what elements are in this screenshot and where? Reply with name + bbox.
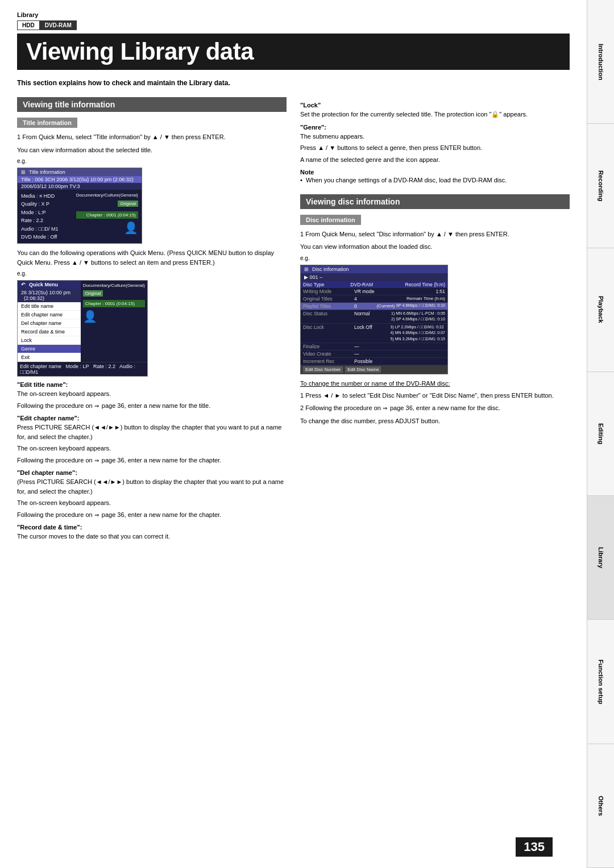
subsection-header-disc: Disc information — [300, 215, 361, 225]
original-label: Original — [118, 201, 138, 207]
disc-step-press-text: 1 Press ◄ / ► to select "Edit Disc Numbe… — [300, 392, 554, 399]
badge-dvd: DVD-RAM — [40, 20, 77, 30]
di-speed-options: 1) MN 6.6Mbps / L-PCM : 0:05 2) SP 4.6Mb… — [391, 311, 445, 323]
step1-title: 1 From Quick Menu, select "Title informa… — [17, 132, 287, 142]
right-sidebar: Introduction Recording Playback Editing … — [587, 0, 614, 868]
speed-2: 2) SP 4.6Mbps / □□D/M1: 0:10 — [391, 316, 445, 323]
di-disc-type-val: DVD-RAM — [350, 282, 397, 287]
di-icon: ⊞ — [304, 266, 309, 272]
page-category: Library — [17, 11, 570, 18]
chapter-box: Chapter : 0001 (0:04:15) — [76, 211, 138, 219]
edit-disc-name-btn[interactable]: Edit Disc Name — [345, 366, 381, 373]
qm-row-info: 6 3/12(Su) 10:00 pm (2:06:32) — [24, 290, 77, 301]
left-column: Viewing title information Title informat… — [17, 97, 287, 550]
di-orig-label: Original Titles — [303, 296, 354, 302]
del-chapter-name-label: "Del chapter name": — [17, 469, 287, 476]
di-status-label: Disc Status — [303, 311, 354, 323]
eg-label-disc: e.g. — [300, 255, 570, 261]
di-speed-options2: 3) LP 2.2Mbps / □□D/M1: 0:22 4) MN 4.6Mb… — [391, 324, 445, 343]
qm-item-1[interactable]: Edit chapter name — [18, 311, 81, 319]
qm-header-row: 2 6 3/12(Su) 10:00 pm (2:06:32) — [18, 289, 81, 302]
dvd-ram-note: To change the number or name of the DVD-… — [300, 379, 570, 389]
page-title: Viewing Library data — [17, 34, 570, 70]
screen-title-text: Title information — [29, 169, 65, 175]
disc-step-follow: 2 Following the procedure on page 36, en… — [300, 403, 570, 413]
disc-step-follow2: page 36, enter a new name for the disc. — [390, 404, 500, 411]
edit-title-name-text2: Following the procedure on page 36, ente… — [17, 401, 287, 411]
edit-disc-number-btn[interactable]: Edit Disc Number — [303, 366, 343, 373]
sidebar-tab-editing[interactable]: Editing — [587, 372, 614, 496]
media-line: Media : ≡ HDD — [21, 192, 76, 200]
qm-mode-text: Edit chapter name — [20, 364, 61, 369]
disc-step1: 1 From Quick Menu, select "Disc informat… — [300, 229, 570, 239]
sidebar-tab-label-1: Recording — [598, 170, 604, 201]
sidebar-tab-label-5: Function setup — [598, 660, 604, 704]
di-disc-num: ▶ 001 – — [301, 273, 447, 281]
di-writing-mode: Writing Mode VR mode 1:51 — [301, 288, 447, 295]
screen-row-text: Title : 006 3CH 2006 3/12(Su) 10:00 pm (… — [21, 177, 134, 182]
di-disc-lock: Disc Lock Lock Off 3) LP 2.2Mbps / □□D/M… — [301, 324, 447, 344]
section-header-title: Viewing title information — [17, 97, 287, 112]
speed-5: 5) MN 3.2Mbps / □□D/M1: 0:15 — [391, 336, 445, 343]
sidebar-tab-introduction[interactable]: Introduction — [587, 0, 614, 124]
screen-body-left: Media : ≡ HDD Quality : X P Mode : L:P R… — [21, 192, 76, 241]
qm-category: Documentary/Culture(General) — [83, 283, 145, 288]
page-ref-del — [94, 511, 100, 519]
eg-label-qm: e.g. — [17, 270, 287, 277]
sidebar-tab-library[interactable]: Library — [587, 496, 614, 620]
di-writing-label: Writing Mode — [303, 289, 354, 294]
sidebar-tab-others[interactable]: Others — [587, 744, 614, 868]
sidebar-tab-playback[interactable]: Playback — [587, 248, 614, 372]
badge-hdd: HDD — [17, 20, 40, 30]
di-increment: Increment Rec Possible — [301, 358, 447, 365]
genre-text1: The submenu appears. — [300, 132, 570, 141]
subsection-header-title: Title information — [17, 118, 77, 128]
screen-row2-text: 2006/03/12 10:00pm TV:3 — [21, 183, 80, 189]
qm-item-4[interactable]: Lock — [18, 336, 81, 345]
screen-body: Media : ≡ HDD Quality : X P Mode : L:P R… — [18, 190, 142, 243]
di-lock-label: Disc Lock — [303, 324, 354, 343]
speed-4: 4) MN 4.6Mbps / □□D/M2: 0:07 — [391, 330, 445, 336]
screen-header-row: Title : 006 3CH 2006 3/12(Su) 10:00 pm (… — [18, 176, 142, 183]
note-item: When you change settings of a DVD-RAM di… — [300, 176, 570, 185]
category-label: Documentary/Culture(General) — [76, 192, 138, 198]
genre-label: "Genre": — [300, 124, 570, 131]
sidebar-tab-recording[interactable]: Recording — [587, 124, 614, 248]
qm-item-3[interactable]: Record date & time — [18, 328, 81, 336]
di-playlist-val: 0 — [354, 303, 376, 309]
note-box: Note When you change settings of a DVD-R… — [300, 169, 570, 185]
quality-line: Quality : X P — [21, 200, 76, 208]
di-video-label: Video Create — [303, 351, 354, 357]
qm-item-6[interactable]: Exit — [18, 353, 81, 362]
step1-instruction: 1 From Quick Menu, select "Title informa… — [17, 133, 226, 140]
di-original-titles: Original Titles 4 Remain Time (h:m) — [301, 295, 447, 303]
sidebar-tab-label-6: Others — [598, 796, 604, 816]
speed-3: 3) LP 2.2Mbps / □□D/M1: 0:22 — [391, 324, 445, 331]
qm-item-0[interactable]: Edit title name — [18, 302, 81, 311]
title-info-screen: ⊞ Title information Title : 006 3CH 2006… — [17, 168, 142, 244]
sidebar-tab-function-setup[interactable]: Function setup — [587, 620, 614, 744]
disc-step1-instruction: 1 From Quick Menu, select "Disc informat… — [300, 231, 509, 237]
qm-person: 👤 — [83, 310, 145, 323]
di-remain-label: Remain Time (h:m) — [406, 296, 445, 302]
qm-left: ↶Quick Menu 2 6 3/12(Su) 10:00 pm (2:06:… — [18, 281, 81, 362]
page-ref-del-text: page 36, enter a new name for the chapte… — [102, 511, 221, 518]
qm-item-5[interactable]: Genre — [18, 345, 81, 353]
di-playlist: Playlist Titles 0 (Current) SP 4.6Mbps /… — [301, 303, 447, 310]
lock-text: Set the protection for the currently sel… — [300, 110, 570, 119]
two-col-layout: Viewing title information Title informat… — [17, 97, 570, 550]
di-video-val: — — [354, 351, 445, 357]
di-playlist-label: Playlist Titles — [303, 303, 354, 309]
qm-screen-bottom-row: Edit chapter name Mode : LP Rate : 2.2 A… — [18, 362, 147, 376]
di-finalize-val: — — [354, 344, 445, 349]
rate-line: Rate : 2.2 — [21, 216, 76, 224]
intro-text: This section explains how to check and m… — [17, 79, 570, 87]
edit-chapter-name-text2: The on-screen keyboard appears. — [17, 444, 287, 453]
follow-text3: Following the procedure on — [17, 511, 93, 518]
page-ref-disc — [383, 404, 388, 412]
qm-item-2[interactable]: Del chapter name — [18, 319, 81, 328]
di-current-label: (Current) — [376, 303, 395, 309]
follow-text: Following the procedure on — [17, 402, 93, 409]
section-header-disc: Viewing disc information — [300, 194, 570, 209]
del-chapter-name-text3: Following the procedure on page 36, ente… — [17, 510, 287, 520]
